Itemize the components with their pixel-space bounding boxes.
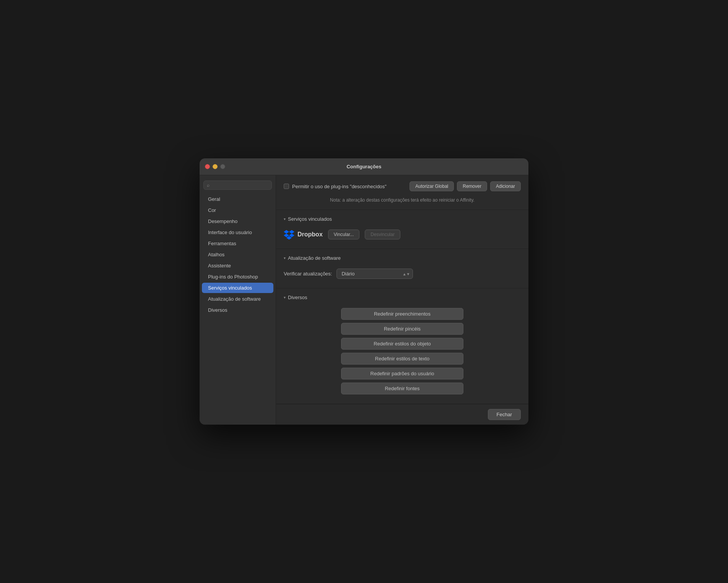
redefinir-padroes-usuario-button[interactable]: Redefinir padrões do usuário <box>341 368 463 379</box>
diversos-section: ▾ Diversos Redefinir preenchimentos Rede… <box>276 288 528 404</box>
sidebar-item-geral[interactable]: Geral <box>202 194 273 204</box>
dropbox-logo: Dropbox <box>284 230 323 239</box>
frequency-select-wrapper: Diário Semanal Mensal Nunca ▲▼ <box>336 269 413 279</box>
sidebar-item-desempenho[interactable]: Desempenho <box>202 216 273 226</box>
maximize-button[interactable] <box>220 164 225 169</box>
footer: Fechar <box>276 404 528 425</box>
diversos-header: ▾ Diversos <box>284 295 521 300</box>
main-layout: ⌕ Geral Cor Desempenho Interface do usuá… <box>200 175 528 425</box>
remover-button[interactable]: Remover <box>457 181 487 191</box>
fechar-button[interactable]: Fechar <box>488 409 521 420</box>
traffic-lights <box>205 164 225 169</box>
plugin-section: Permitir o uso de plug-ins "desconhecido… <box>276 175 528 210</box>
autorizar-global-button[interactable]: Autorizar Global <box>410 181 454 191</box>
diversos-chevron-icon: ▾ <box>284 295 286 300</box>
plugin-row: Permitir o uso de plug-ins "desconhecido… <box>284 181 521 191</box>
content-area: Permitir o uso de plug-ins "desconhecido… <box>276 175 528 425</box>
redefinir-estilos-objeto-button[interactable]: Redefinir estilos do objeto <box>341 338 463 350</box>
servicos-header: ▾ Serviços vinculados <box>284 216 521 222</box>
plugin-note: Nota: a alteração destas configurações t… <box>284 195 521 204</box>
sidebar-item-assistente[interactable]: Assistente <box>202 261 273 271</box>
content-body: Permitir o uso de plug-ins "desconhecido… <box>276 175 528 404</box>
adicionar-button[interactable]: Adicionar <box>490 181 521 191</box>
atualizacao-section: ▾ Atualização de software Verificar atua… <box>276 249 528 288</box>
sidebar-item-cor[interactable]: Cor <box>202 205 273 215</box>
titlebar: Configurações <box>200 158 528 175</box>
minimize-button[interactable] <box>213 164 218 169</box>
unknown-plugins-label[interactable]: Permitir o uso de plug-ins "desconhecido… <box>284 184 387 189</box>
dropbox-row: Dropbox Vincular... Desvincular <box>284 226 521 243</box>
unknown-plugins-checkbox[interactable] <box>284 184 289 189</box>
search-input[interactable] <box>212 182 268 188</box>
sidebar-item-diversos[interactable]: Diversos <box>202 305 273 315</box>
servicos-chevron-icon: ▾ <box>284 217 286 221</box>
atualizacao-chevron-icon: ▾ <box>284 256 286 260</box>
close-button[interactable] <box>205 164 210 169</box>
plugin-btn-group: Autorizar Global Remover Adicionar <box>410 181 521 191</box>
sidebar-item-ferramentas[interactable]: Ferramentas <box>202 238 273 249</box>
sidebar: ⌕ Geral Cor Desempenho Interface do usuá… <box>200 175 276 425</box>
verificar-label: Verificar atualizações: <box>284 271 332 277</box>
window-title: Configurações <box>346 164 381 169</box>
sidebar-item-atualizacao[interactable]: Atualização de software <box>202 294 273 304</box>
redefinir-preenchimentos-button[interactable]: Redefinir preenchimentos <box>341 308 463 320</box>
vincular-button[interactable]: Vincular... <box>328 230 359 239</box>
search-icon: ⌕ <box>207 182 210 188</box>
sidebar-item-servicos[interactable]: Serviços vinculados <box>202 283 273 293</box>
diversos-buttons-group: Redefinir preenchimentos Redefinir pincé… <box>284 305 521 397</box>
servicos-section: ▾ Serviços vinculados Dr <box>276 210 528 249</box>
update-row: Verificar atualizações: Diário Semanal M… <box>284 265 521 282</box>
redefinir-fontes-button[interactable]: Redefinir fontes <box>341 383 463 394</box>
dropbox-icon <box>284 230 294 239</box>
sidebar-item-interface[interactable]: Interface do usuário <box>202 227 273 238</box>
atualizacao-header: ▾ Atualização de software <box>284 255 521 261</box>
search-bar[interactable]: ⌕ <box>203 181 272 190</box>
redefinir-pinceis-button[interactable]: Redefinir pincéis <box>341 323 463 335</box>
settings-window: Configurações ⌕ Geral Cor Desempenho Int… <box>200 158 528 425</box>
desvincular-button[interactable]: Desvincular <box>365 230 400 239</box>
sidebar-item-atalhos[interactable]: Atalhos <box>202 249 273 260</box>
frequency-select[interactable]: Diário Semanal Mensal Nunca <box>336 269 413 279</box>
sidebar-item-plugins[interactable]: Plug-ins do Photoshop <box>202 272 273 282</box>
redefinir-estilos-texto-button[interactable]: Redefinir estilos de texto <box>341 353 463 365</box>
